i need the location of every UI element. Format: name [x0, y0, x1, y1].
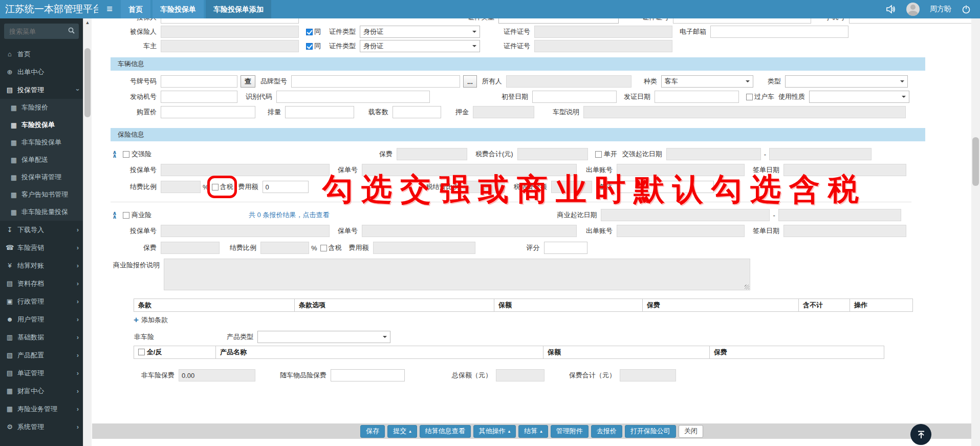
jq-policy-no-input[interactable] — [362, 164, 577, 176]
insured-same-checkbox[interactable] — [306, 29, 313, 35]
sy-period-end-input[interactable] — [778, 209, 901, 221]
sy-policy-no-input[interactable] — [362, 225, 577, 237]
jq-account-input[interactable] — [617, 164, 745, 176]
sy-settle-ratio-input[interactable] — [260, 242, 309, 254]
cargo-premium-input[interactable] — [331, 369, 405, 381]
jq-period-start-input[interactable] — [666, 148, 761, 160]
brand-more-button[interactable]: ... — [463, 75, 477, 88]
jq-app-no-input[interactable] — [161, 164, 330, 176]
sy-checkbox[interactable] — [123, 212, 129, 219]
insured-cert-no-input[interactable] — [534, 26, 672, 38]
sidebar-item-system-mgmt[interactable]: ⚙系统管理› — [0, 418, 83, 436]
jq-checkbox[interactable] — [123, 151, 129, 158]
jq-tax-fee-input[interactable] — [551, 181, 592, 193]
collapse-icon[interactable]: ∧∧ — [111, 211, 119, 219]
owner-cert-type-select[interactable]: 身份证 — [360, 40, 480, 52]
usage-select[interactable] — [809, 91, 909, 103]
price-input[interactable] — [161, 106, 255, 118]
scroll-up-arrow[interactable]: ▲ — [83, 18, 92, 27]
select-all-checkbox[interactable] — [138, 349, 145, 355]
sidebar-toggle-button[interactable]: ≡ — [98, 0, 121, 18]
transfer-checkbox[interactable] — [746, 94, 753, 100]
user-name[interactable]: 周方盼 — [930, 5, 951, 14]
sy-score-input[interactable] — [544, 242, 587, 254]
tab-car-policy-list[interactable]: 车险投保单 — [153, 0, 204, 18]
manage-attachments-button[interactable]: 管理附件 — [551, 425, 589, 438]
displacement-input[interactable] — [285, 106, 354, 118]
open-insurer-button[interactable]: 打开保险公司 — [625, 425, 676, 438]
jq-premium-input[interactable] — [397, 148, 467, 160]
nonauto-premium-input[interactable] — [179, 369, 255, 381]
jq-tax-ratio-input[interactable] — [464, 181, 505, 193]
insured-email-input[interactable] — [710, 26, 848, 38]
sy-premium-input[interactable] — [161, 242, 220, 254]
insured-cert-type-select[interactable]: 身份证 — [360, 26, 480, 38]
other-actions-button[interactable]: 其他操作 — [473, 425, 516, 438]
brand-input[interactable] — [291, 75, 460, 88]
sy-account-input[interactable] — [617, 225, 745, 237]
plate-input[interactable] — [161, 75, 237, 88]
sy-quote-desc-textarea[interactable] — [164, 259, 750, 290]
model-desc-input[interactable] — [583, 106, 906, 118]
logout-power-icon[interactable] — [962, 5, 971, 14]
type-select[interactable] — [785, 75, 908, 88]
sidebar-item-download-import[interactable]: ↧下载导入› — [0, 221, 83, 239]
sy-app-no-input[interactable] — [161, 225, 330, 237]
sidebar-item-user-mgmt[interactable]: ☻用户管理› — [0, 310, 83, 328]
sidebar-item-base-data[interactable]: ▥基础数据› — [0, 328, 83, 346]
search-icon[interactable] — [68, 27, 75, 35]
seats-input[interactable] — [393, 106, 441, 118]
user-avatar[interactable] — [906, 3, 920, 16]
owner-same-checkbox[interactable] — [306, 43, 313, 50]
sidebar-item-apply-mgmt[interactable]: ▦投保申请管理 — [0, 168, 83, 186]
jq-remark-input[interactable] — [617, 181, 714, 193]
collapse-icon[interactable]: ∧∧ — [111, 151, 119, 158]
sy-period-start-input[interactable] — [601, 209, 770, 221]
go-quote-button[interactable]: 去报价 — [591, 425, 622, 438]
first-reg-input[interactable] — [532, 91, 617, 103]
jq-fee-input[interactable] — [263, 181, 309, 193]
kind-select[interactable]: 客车 — [661, 75, 753, 88]
sidebar-item-archive[interactable]: ▤资料存档› — [0, 274, 83, 292]
applicant-cert-no-input[interactable] — [673, 18, 811, 24]
premium-total-input[interactable] — [620, 369, 676, 381]
submit-button[interactable]: 提交 — [387, 425, 417, 438]
jq-settle-ratio-input[interactable] — [161, 181, 201, 193]
sidebar-item-product-config[interactable]: ▧产品配置› — [0, 346, 83, 364]
applicant-cert-type-select[interactable] — [498, 18, 619, 24]
plus-icon[interactable]: + — [134, 315, 139, 325]
tab-car-policy-add[interactable]: 车险投保单添加 — [206, 0, 271, 18]
jq-tax-total-input[interactable] — [517, 148, 588, 160]
sidebar-search-input[interactable] — [8, 27, 68, 36]
sidebar-item-home[interactable]: ⌂首页 — [0, 45, 83, 63]
sidebar-item-admin[interactable]: ▣行政管理› — [0, 292, 83, 310]
scrollbar-thumb[interactable] — [84, 48, 91, 117]
owner-cert-no-input[interactable] — [534, 40, 672, 52]
jq-tax-included-checkbox[interactable] — [212, 184, 219, 190]
sy-tax-included-checkbox[interactable] — [320, 245, 327, 251]
add-clause-label[interactable]: 添加条款 — [141, 315, 168, 325]
save-button[interactable]: 保存 — [360, 425, 385, 438]
sidebar-item-car-policy[interactable]: ▦车险投保单 — [0, 116, 83, 134]
applicant-input[interactable] — [161, 18, 299, 24]
jq-sign-date-input[interactable] — [783, 164, 906, 176]
sidebar-item-life-insurance[interactable]: ▦寿险业务管理› — [0, 400, 83, 418]
settlement-info-button[interactable]: 结算信息查看 — [420, 425, 471, 438]
sidebar-item-wealth-center[interactable]: ▦财富中心› — [0, 382, 83, 400]
volume-icon[interactable] — [886, 5, 896, 14]
sy-sign-date-input[interactable] — [783, 225, 906, 237]
issue-date-input[interactable] — [655, 91, 739, 103]
engine-input[interactable] — [161, 91, 237, 103]
sidebar-item-doc-mgmt[interactable]: ▤单证管理› — [0, 364, 83, 382]
sy-quote-link[interactable]: 共 0 条报价结果，点击查看 — [249, 210, 329, 220]
sidebar-item-notice-mgmt[interactable]: ▦客户告知书管理 — [0, 186, 83, 203]
vin-input[interactable] — [276, 91, 430, 103]
settle-button[interactable]: 结算 — [518, 425, 548, 438]
sidebar-item-issue-center[interactable]: ⊕出单中心 — [0, 63, 83, 81]
vehicle-owner-input[interactable] — [506, 75, 631, 88]
sidebar-item-batch-policy[interactable]: ▦非车险批量投保 — [0, 203, 83, 221]
jq-period-end-input[interactable] — [769, 148, 872, 160]
product-type-select[interactable] — [257, 331, 390, 343]
insured-input[interactable] — [161, 26, 299, 38]
plate-check-button[interactable]: 查 — [241, 75, 255, 88]
